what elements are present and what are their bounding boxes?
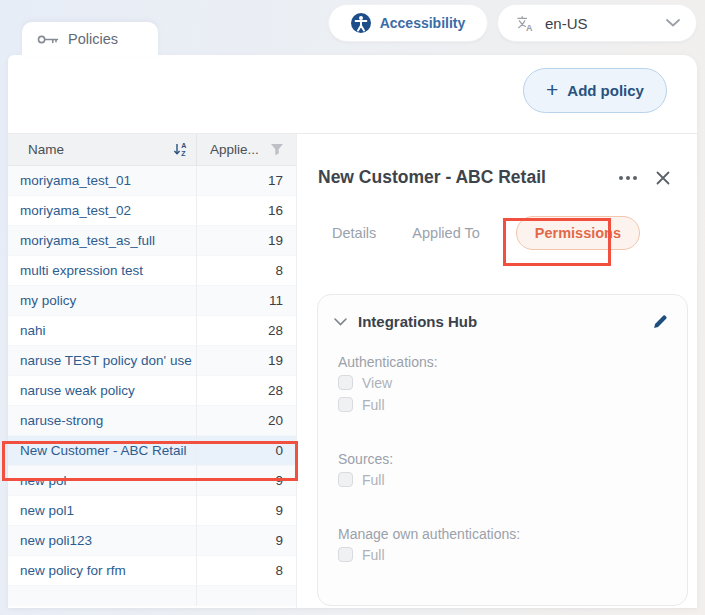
applied-count: 11 (197, 293, 296, 308)
name-column-label: Name (28, 142, 64, 157)
plus-icon: + (546, 79, 558, 100)
applied-count: 0 (197, 443, 296, 458)
policy-name-link[interactable]: new pol (8, 466, 197, 496)
applied-count: 9 (197, 503, 296, 518)
applied-count: 19 (197, 353, 296, 368)
checkbox-label: Full (362, 472, 385, 488)
main-panel: + Add policy Name A Z (8, 55, 697, 608)
applied-count: 20 (197, 413, 296, 428)
svg-text:Z: Z (181, 150, 186, 157)
table-row[interactable]: multi expression test8 (8, 256, 296, 286)
column-header-applied[interactable]: Applie... (197, 134, 296, 165)
applied-count: 16 (197, 203, 296, 218)
policy-name-link[interactable]: naruse weak policy (8, 376, 197, 406)
permission-option: Full (338, 470, 667, 489)
permission-option: Full (338, 545, 667, 564)
table-row[interactable]: new poli1239 (8, 526, 296, 556)
checkbox[interactable] (338, 397, 353, 412)
ellipsis-menu-icon[interactable] (617, 172, 639, 184)
table-row[interactable]: nahi28 (8, 316, 296, 346)
accessibility-label: Accessibility (380, 15, 466, 31)
permission-group: Manage own authentications:Full (338, 526, 667, 564)
table-row[interactable]: moriyama_test_0117 (8, 166, 296, 196)
detail-tab-details[interactable]: Details (332, 225, 376, 241)
svg-text:A: A (181, 142, 186, 149)
policy-name-link[interactable]: New Customer - ABC Retail (8, 436, 197, 466)
applied-count: 9 (197, 533, 296, 548)
permission-group: Sources:Full (338, 451, 667, 489)
pencil-icon[interactable] (652, 313, 669, 330)
table-row[interactable]: New Customer - ABC Retail0 (8, 436, 296, 466)
table-row-partial (8, 586, 296, 606)
key-icon (37, 34, 59, 45)
accessibility-person-icon (351, 13, 371, 33)
policy-name-link[interactable]: new policy for rfm (8, 556, 197, 586)
policy-name-link[interactable]: multi expression test (8, 256, 197, 286)
close-icon[interactable] (655, 170, 671, 186)
checkbox[interactable] (338, 472, 353, 487)
add-policy-label: Add policy (567, 82, 644, 99)
table-row[interactable]: naruse weak policy28 (8, 376, 296, 406)
policy-name-link[interactable]: new pol1 (8, 496, 197, 526)
tab-policies[interactable]: Policies (22, 22, 158, 56)
permission-group-label: Authentications: (338, 354, 667, 370)
applied-count: 19 (197, 233, 296, 248)
applied-count: 9 (197, 473, 296, 488)
checkbox[interactable] (338, 375, 353, 390)
table-row[interactable]: moriyama_test_as_full19 (8, 226, 296, 256)
applied-count: 17 (197, 173, 296, 188)
permission-groups: Authentications:ViewFullSources:FullMana… (318, 354, 687, 564)
policy-name-link[interactable]: naruse TEST policy don' use (8, 346, 197, 376)
content-area: Name A Z Applie... (8, 133, 697, 608)
table-row[interactable]: new pol19 (8, 496, 296, 526)
applied-count: 28 (197, 383, 296, 398)
policies-page: Accessibility A en-US Policies + Add pol… (0, 0, 705, 615)
add-policy-button[interactable]: + Add policy (523, 68, 667, 113)
table-row[interactable]: moriyama_test_0216 (8, 196, 296, 226)
policy-table-body: moriyama_test_0117moriyama_test_0216mori… (8, 166, 296, 606)
permission-group-label: Manage own authentications: (338, 526, 667, 542)
policy-detail-pane: New Customer - ABC Retail DetailsApplied… (297, 134, 697, 608)
sort-az-icon[interactable]: A Z (173, 142, 188, 157)
detail-tab-applied-to[interactable]: Applied To (412, 225, 479, 241)
applied-count: 8 (197, 563, 296, 578)
policy-name-link[interactable]: naruse-strong (8, 406, 197, 436)
card-title: Integrations Hub (358, 313, 477, 330)
permission-option: Full (338, 395, 667, 414)
column-header-name[interactable]: Name A Z (8, 134, 197, 165)
permission-group: Authentications:ViewFull (338, 354, 667, 414)
svg-text:A: A (526, 22, 533, 32)
language-select[interactable]: A en-US (497, 4, 697, 42)
checkbox[interactable] (338, 547, 353, 562)
policy-name-link[interactable]: moriyama_test_02 (8, 196, 197, 226)
policy-table: Name A Z Applie... (8, 134, 297, 608)
checkbox-label: View (362, 375, 392, 391)
detail-title: New Customer - ABC Retail (318, 167, 617, 188)
applied-count: 8 (197, 263, 296, 278)
table-row[interactable]: new pol9 (8, 466, 296, 496)
chevron-down-icon (666, 19, 680, 27)
policy-name-link[interactable]: nahi (8, 316, 197, 346)
permission-group-label: Sources: (338, 451, 667, 467)
table-row[interactable]: new policy for rfm8 (8, 556, 296, 586)
chevron-down-icon[interactable] (334, 318, 347, 326)
filter-funnel-icon[interactable] (270, 143, 284, 156)
language-value: en-US (545, 15, 588, 32)
accessibility-button[interactable]: Accessibility (328, 4, 488, 42)
policy-name-link[interactable]: new poli123 (8, 526, 197, 556)
table-row[interactable]: naruse-strong20 (8, 406, 296, 436)
policy-name-link[interactable]: my policy (8, 286, 197, 316)
applied-count: 28 (197, 323, 296, 338)
applied-column-label: Applie... (210, 142, 259, 157)
tab-policies-label: Policies (68, 31, 118, 47)
detail-tab-permissions[interactable]: Permissions (516, 216, 640, 250)
table-header: Name A Z Applie... (8, 134, 296, 166)
table-row[interactable]: naruse TEST policy don' use19 (8, 346, 296, 376)
policy-name-link[interactable]: moriyama_test_as_full (8, 226, 197, 256)
table-row[interactable]: my policy11 (8, 286, 296, 316)
checkbox-label: Full (362, 547, 385, 563)
policy-name-link[interactable]: moriyama_test_01 (8, 166, 197, 196)
detail-tabs: DetailsApplied ToPermissions (332, 216, 697, 250)
checkbox-label: Full (362, 397, 385, 413)
permission-option: View (338, 373, 667, 392)
